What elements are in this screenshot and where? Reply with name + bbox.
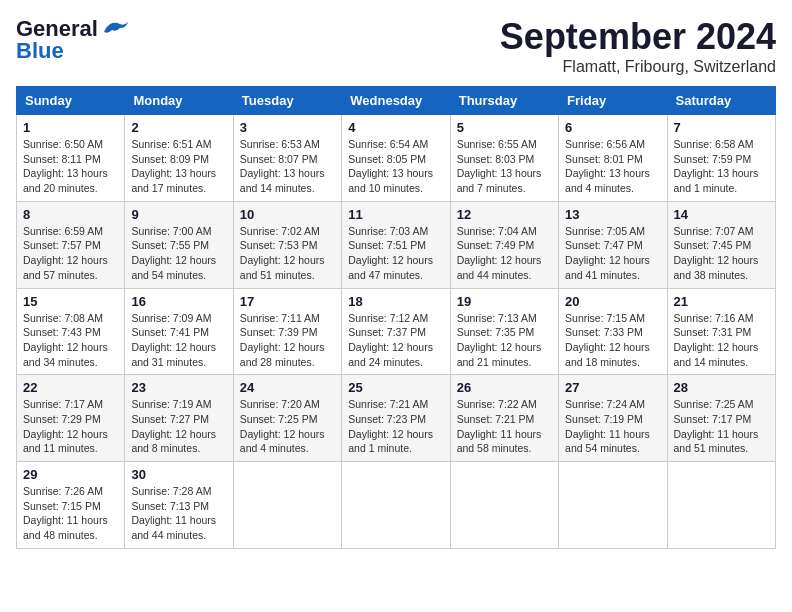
day-info: Sunrise: 7:17 AM Sunset: 7:29 PM Dayligh… (23, 397, 118, 456)
table-cell (342, 462, 450, 549)
day-number: 2 (131, 120, 226, 135)
day-number: 25 (348, 380, 443, 395)
day-info: Sunrise: 7:28 AM Sunset: 7:13 PM Dayligh… (131, 484, 226, 543)
day-info: Sunrise: 7:12 AM Sunset: 7:37 PM Dayligh… (348, 311, 443, 370)
day-number: 9 (131, 207, 226, 222)
page-title: September 2024 (500, 16, 776, 58)
table-cell: 23Sunrise: 7:19 AM Sunset: 7:27 PM Dayli… (125, 375, 233, 462)
table-cell: 21Sunrise: 7:16 AM Sunset: 7:31 PM Dayli… (667, 288, 775, 375)
day-number: 20 (565, 294, 660, 309)
day-info: Sunrise: 7:09 AM Sunset: 7:41 PM Dayligh… (131, 311, 226, 370)
table-cell: 24Sunrise: 7:20 AM Sunset: 7:25 PM Dayli… (233, 375, 341, 462)
day-number: 1 (23, 120, 118, 135)
day-info: Sunrise: 7:25 AM Sunset: 7:17 PM Dayligh… (674, 397, 769, 456)
day-number: 3 (240, 120, 335, 135)
day-info: Sunrise: 7:22 AM Sunset: 7:21 PM Dayligh… (457, 397, 552, 456)
day-info: Sunrise: 6:58 AM Sunset: 7:59 PM Dayligh… (674, 137, 769, 196)
table-cell: 19Sunrise: 7:13 AM Sunset: 7:35 PM Dayli… (450, 288, 558, 375)
table-cell (667, 462, 775, 549)
title-block: September 2024 Flamatt, Fribourg, Switze… (500, 16, 776, 76)
calendar-table: Sunday Monday Tuesday Wednesday Thursday… (16, 86, 776, 549)
day-info: Sunrise: 6:59 AM Sunset: 7:57 PM Dayligh… (23, 224, 118, 283)
table-cell: 8Sunrise: 6:59 AM Sunset: 7:57 PM Daylig… (17, 201, 125, 288)
table-cell: 28Sunrise: 7:25 AM Sunset: 7:17 PM Dayli… (667, 375, 775, 462)
logo-blue-text: Blue (16, 38, 64, 64)
table-cell: 30Sunrise: 7:28 AM Sunset: 7:13 PM Dayli… (125, 462, 233, 549)
table-cell: 13Sunrise: 7:05 AM Sunset: 7:47 PM Dayli… (559, 201, 667, 288)
calendar-week-row: 15Sunrise: 7:08 AM Sunset: 7:43 PM Dayli… (17, 288, 776, 375)
day-number: 26 (457, 380, 552, 395)
calendar-week-row: 22Sunrise: 7:17 AM Sunset: 7:29 PM Dayli… (17, 375, 776, 462)
day-info: Sunrise: 6:51 AM Sunset: 8:09 PM Dayligh… (131, 137, 226, 196)
day-info: Sunrise: 7:02 AM Sunset: 7:53 PM Dayligh… (240, 224, 335, 283)
day-info: Sunrise: 7:11 AM Sunset: 7:39 PM Dayligh… (240, 311, 335, 370)
day-number: 14 (674, 207, 769, 222)
col-tuesday: Tuesday (233, 87, 341, 115)
day-info: Sunrise: 7:19 AM Sunset: 7:27 PM Dayligh… (131, 397, 226, 456)
day-number: 6 (565, 120, 660, 135)
calendar-header-row: Sunday Monday Tuesday Wednesday Thursday… (17, 87, 776, 115)
col-thursday: Thursday (450, 87, 558, 115)
day-info: Sunrise: 7:04 AM Sunset: 7:49 PM Dayligh… (457, 224, 552, 283)
table-cell: 7Sunrise: 6:58 AM Sunset: 7:59 PM Daylig… (667, 115, 775, 202)
table-cell: 17Sunrise: 7:11 AM Sunset: 7:39 PM Dayli… (233, 288, 341, 375)
table-cell: 18Sunrise: 7:12 AM Sunset: 7:37 PM Dayli… (342, 288, 450, 375)
day-info: Sunrise: 7:13 AM Sunset: 7:35 PM Dayligh… (457, 311, 552, 370)
table-cell: 6Sunrise: 6:56 AM Sunset: 8:01 PM Daylig… (559, 115, 667, 202)
table-cell: 12Sunrise: 7:04 AM Sunset: 7:49 PM Dayli… (450, 201, 558, 288)
table-cell: 25Sunrise: 7:21 AM Sunset: 7:23 PM Dayli… (342, 375, 450, 462)
day-number: 17 (240, 294, 335, 309)
day-number: 8 (23, 207, 118, 222)
day-info: Sunrise: 6:55 AM Sunset: 8:03 PM Dayligh… (457, 137, 552, 196)
day-info: Sunrise: 6:56 AM Sunset: 8:01 PM Dayligh… (565, 137, 660, 196)
day-number: 27 (565, 380, 660, 395)
day-number: 23 (131, 380, 226, 395)
table-cell: 9Sunrise: 7:00 AM Sunset: 7:55 PM Daylig… (125, 201, 233, 288)
day-number: 13 (565, 207, 660, 222)
day-info: Sunrise: 7:24 AM Sunset: 7:19 PM Dayligh… (565, 397, 660, 456)
day-info: Sunrise: 7:08 AM Sunset: 7:43 PM Dayligh… (23, 311, 118, 370)
day-info: Sunrise: 7:15 AM Sunset: 7:33 PM Dayligh… (565, 311, 660, 370)
table-cell: 15Sunrise: 7:08 AM Sunset: 7:43 PM Dayli… (17, 288, 125, 375)
table-cell: 3Sunrise: 6:53 AM Sunset: 8:07 PM Daylig… (233, 115, 341, 202)
day-number: 12 (457, 207, 552, 222)
table-cell: 26Sunrise: 7:22 AM Sunset: 7:21 PM Dayli… (450, 375, 558, 462)
table-cell: 14Sunrise: 7:07 AM Sunset: 7:45 PM Dayli… (667, 201, 775, 288)
day-info: Sunrise: 6:53 AM Sunset: 8:07 PM Dayligh… (240, 137, 335, 196)
day-number: 7 (674, 120, 769, 135)
page-subtitle: Flamatt, Fribourg, Switzerland (500, 58, 776, 76)
table-cell: 4Sunrise: 6:54 AM Sunset: 8:05 PM Daylig… (342, 115, 450, 202)
day-info: Sunrise: 7:16 AM Sunset: 7:31 PM Dayligh… (674, 311, 769, 370)
calendar-week-row: 29Sunrise: 7:26 AM Sunset: 7:15 PM Dayli… (17, 462, 776, 549)
col-saturday: Saturday (667, 87, 775, 115)
day-number: 15 (23, 294, 118, 309)
day-number: 11 (348, 207, 443, 222)
day-info: Sunrise: 7:03 AM Sunset: 7:51 PM Dayligh… (348, 224, 443, 283)
page-header: General Blue September 2024 Flamatt, Fri… (16, 16, 776, 76)
day-number: 19 (457, 294, 552, 309)
table-cell: 2Sunrise: 6:51 AM Sunset: 8:09 PM Daylig… (125, 115, 233, 202)
day-info: Sunrise: 7:26 AM Sunset: 7:15 PM Dayligh… (23, 484, 118, 543)
day-number: 29 (23, 467, 118, 482)
col-monday: Monday (125, 87, 233, 115)
day-info: Sunrise: 7:20 AM Sunset: 7:25 PM Dayligh… (240, 397, 335, 456)
day-info: Sunrise: 7:05 AM Sunset: 7:47 PM Dayligh… (565, 224, 660, 283)
table-cell: 11Sunrise: 7:03 AM Sunset: 7:51 PM Dayli… (342, 201, 450, 288)
table-cell: 10Sunrise: 7:02 AM Sunset: 7:53 PM Dayli… (233, 201, 341, 288)
table-cell: 5Sunrise: 6:55 AM Sunset: 8:03 PM Daylig… (450, 115, 558, 202)
day-number: 28 (674, 380, 769, 395)
logo: General Blue (16, 16, 130, 64)
table-cell: 16Sunrise: 7:09 AM Sunset: 7:41 PM Dayli… (125, 288, 233, 375)
day-info: Sunrise: 6:50 AM Sunset: 8:11 PM Dayligh… (23, 137, 118, 196)
day-info: Sunrise: 6:54 AM Sunset: 8:05 PM Dayligh… (348, 137, 443, 196)
day-number: 4 (348, 120, 443, 135)
day-number: 5 (457, 120, 552, 135)
day-number: 22 (23, 380, 118, 395)
day-number: 18 (348, 294, 443, 309)
table-cell (559, 462, 667, 549)
col-sunday: Sunday (17, 87, 125, 115)
table-cell: 1Sunrise: 6:50 AM Sunset: 8:11 PM Daylig… (17, 115, 125, 202)
col-friday: Friday (559, 87, 667, 115)
day-info: Sunrise: 7:00 AM Sunset: 7:55 PM Dayligh… (131, 224, 226, 283)
calendar-week-row: 8Sunrise: 6:59 AM Sunset: 7:57 PM Daylig… (17, 201, 776, 288)
